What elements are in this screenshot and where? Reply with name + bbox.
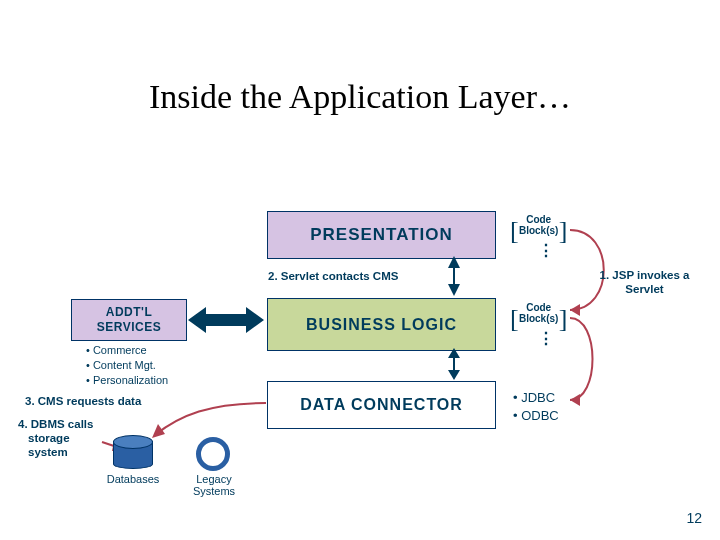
business-logic-box: BUSINESS LOGIC: [267, 298, 496, 351]
svg-marker-9: [152, 424, 165, 438]
slide-title: Inside the Application Layer…: [0, 78, 720, 116]
annotation-step2: 2. Servlet contacts CMS: [268, 270, 398, 284]
annotation-step1: 1. JSP invokes aServlet: [592, 269, 697, 297]
legacy-systems-label: LegacySystems: [184, 473, 244, 497]
database-label: Databases: [101, 473, 165, 485]
annotation-step4: 4. DBMS calls storage system: [18, 418, 93, 459]
svg-marker-4: [570, 394, 580, 406]
svg-marker-2: [448, 284, 460, 296]
slide-number: 12: [686, 510, 702, 526]
svg-marker-8: [188, 307, 264, 333]
business-logic-label: BUSINESS LOGIC: [268, 316, 495, 334]
legacy-systems-icon: [196, 437, 230, 471]
svg-marker-0: [570, 304, 580, 316]
arrow-down-1: [446, 258, 462, 298]
code-block-1: [Code Block(s)]: [510, 214, 567, 246]
ellipsis-icon-2: ⋮: [538, 334, 556, 344]
ellipsis-icon: ⋮: [538, 246, 556, 256]
additional-services-bullets: Commerce Content Mgt. Personalization: [86, 343, 168, 388]
data-connector-box: DATA CONNECTOR: [267, 381, 496, 429]
code-block-2: [Code Block(s)]: [510, 302, 567, 334]
double-arrow-icon: [188, 303, 264, 337]
arrow-down-2: [446, 350, 462, 382]
data-connector-bullets: JDBC ODBC: [513, 389, 559, 424]
database-icon: [113, 435, 153, 469]
annotation-step3: 3. CMS requests data: [25, 395, 141, 409]
presentation-box: PRESENTATION: [267, 211, 496, 259]
additional-services-label: ADDT'LSERVICES: [72, 305, 186, 335]
data-connector-label: DATA CONNECTOR: [268, 396, 495, 414]
slide: { "title": "Inside the Application Layer…: [0, 0, 720, 540]
presentation-label: PRESENTATION: [268, 225, 495, 245]
additional-services-box: ADDT'LSERVICES: [71, 299, 187, 341]
svg-marker-6: [448, 370, 460, 380]
